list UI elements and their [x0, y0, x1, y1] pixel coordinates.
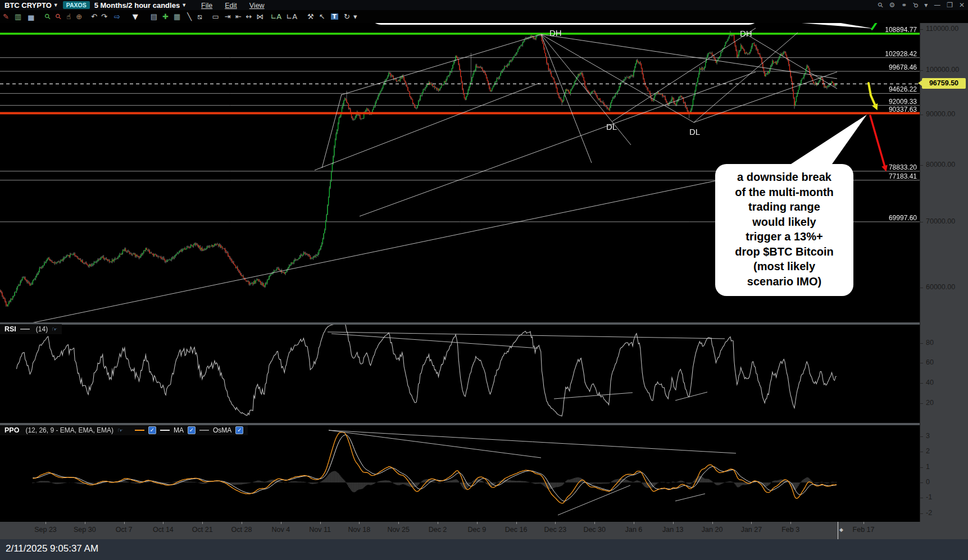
ppo-scale-label: 1 [926, 463, 930, 471]
compress-horizontal-icon[interactable]: ⋈ [256, 13, 263, 20]
downside-callout[interactable]: a downside breakof the multi-monthtradin… [715, 164, 853, 296]
ppo-legend: PPO (12, 26, 9 - EMA, EMA, EMA) ☞ ✓MA✓Os… [0, 425, 248, 435]
rsi-scale-label: 80 [926, 339, 934, 347]
price-level-label: 77183.41 [889, 172, 917, 180]
price-scale-label: 70000.00 [926, 217, 955, 225]
pan-hand-icon[interactable]: ☝ [66, 13, 71, 20]
link-icon[interactable]: ⚭ [901, 2, 907, 8]
menu-view[interactable]: View [249, 2, 265, 10]
downside-callout-line: trigger a 13%+ [715, 229, 853, 244]
search-icon[interactable]: ⚲ [876, 1, 885, 10]
linear-axis-icon[interactable]: ∟A [286, 13, 297, 20]
expand-horizontal-icon[interactable]: ↔ [246, 13, 252, 20]
multi-line-tool-icon[interactable]: ⧅ [197, 13, 202, 20]
ppo-series-checkbox-2[interactable]: ✓ [235, 426, 243, 434]
ppo-scale-label-tick [920, 482, 923, 483]
next-icon[interactable]: ⇨ [114, 13, 120, 20]
symbol-selector[interactable]: BTC CRYPTO [4, 1, 52, 10]
zoom-out-icon[interactable]: ⚲ [54, 12, 63, 21]
undo-icon[interactable]: ↶ [91, 13, 97, 20]
zoom-in-icon[interactable]: ⚲ [43, 12, 52, 21]
time-axis[interactable]: ◆ Sep 23Sep 30Oct 7Oct 14Oct 21Oct 28Nov… [0, 522, 968, 539]
time-tick [46, 522, 46, 524]
ppo-series-label-2: OsMA [213, 426, 231, 434]
log-axis-icon[interactable]: ∟A [270, 13, 281, 20]
titlebar-actions: ⚲⚙⚭⚲▾—❐✕ [878, 0, 965, 10]
ppo-series-label-1: MA [174, 426, 184, 434]
rsi-scale-label-tick [920, 403, 923, 404]
select-box-tool-icon[interactable]: ▭ [212, 13, 219, 20]
menu-edit[interactable]: Edit [225, 2, 237, 10]
ppo-scale-label-tick [920, 436, 923, 437]
downside-callout-line: would likely [715, 215, 853, 230]
price-scale-label-tick [920, 115, 923, 115]
text-tool-icon[interactable]: T [331, 13, 339, 20]
trendline-tool-icon[interactable]: ╲ [187, 13, 192, 20]
redo-icon[interactable]: ↷ [101, 13, 107, 20]
time-tick [359, 522, 360, 524]
add-study-icon[interactable]: ✚ [162, 13, 169, 20]
chart-edit-icon[interactable]: ✎ [3, 13, 9, 20]
time-tick [242, 522, 242, 524]
time-label: Oct 28 [231, 526, 252, 534]
gear-icon[interactable]: ⚙ [889, 2, 896, 8]
rsi-settings-icon[interactable]: ☞ [52, 326, 57, 333]
downside-callout-line: trading range [715, 199, 853, 215]
minimize-icon[interactable]: — [934, 2, 940, 8]
maximize-icon[interactable]: ❐ [947, 2, 953, 8]
refresh-icon[interactable]: ↻ [344, 13, 350, 20]
caret-down-icon[interactable]: ▾ [924, 2, 928, 8]
time-tick [516, 522, 517, 524]
pointer-tool-icon[interactable]: ↖ [319, 13, 325, 20]
timeframe-caret-icon[interactable]: ▼ [181, 2, 187, 8]
menu-file[interactable]: File [201, 2, 212, 10]
ppo-series-checkbox-1[interactable]: ✓ [188, 426, 196, 434]
time-tick [163, 522, 163, 524]
filter-icon[interactable]: ▼ [133, 13, 138, 20]
shift-left-icon[interactable]: ⇤ [235, 13, 242, 20]
time-tick [281, 522, 281, 524]
panel-divider[interactable] [0, 322, 920, 325]
time-tick [751, 522, 752, 524]
time-label: Feb 17 [853, 526, 875, 534]
time-label: Dec 16 [505, 526, 528, 534]
downside-callout-line: drop $BTC Bitcoin [715, 244, 853, 259]
price-axis[interactable]: 96759.50 110000.00100000.0090000.0080000… [920, 22, 968, 539]
rsi-scale-label: 60 [926, 358, 934, 366]
wrench-icon[interactable]: ⚒ [307, 13, 314, 20]
swing-label-dh: DH [549, 28, 562, 38]
caret-down-icon[interactable]: ▾ [353, 13, 357, 20]
timeframe-selector[interactable]: 5 Months/2 hour candles [94, 1, 180, 10]
menu-bar: FileEditView [189, 1, 265, 10]
time-tick [202, 522, 203, 524]
time-label: Jan 20 [702, 526, 723, 534]
price-scale-label-tick [920, 70, 923, 71]
ppo-scale-label: 3 [926, 432, 930, 440]
ppo-scale-label-tick [920, 452, 923, 452]
candlestick-chart-icon[interactable]: ▥ [15, 13, 21, 20]
time-tick [85, 522, 85, 524]
volume-histogram-icon[interactable]: ▅ [28, 13, 34, 20]
ppo-settings-icon[interactable]: ☞ [117, 427, 123, 434]
studies-icon[interactable]: ▦ [174, 13, 180, 20]
symbol-caret-icon[interactable]: ▼ [53, 2, 58, 8]
downside-callout-line: of the multi-month [715, 185, 853, 200]
price-level-label: 90337.63 [889, 106, 917, 113]
ppo-series-checkbox-0[interactable]: ✓ [148, 426, 156, 434]
close-icon[interactable]: ✕ [959, 2, 965, 8]
price-scale-label-tick [920, 165, 923, 166]
alerts-icon[interactable]: ▤ [151, 13, 157, 20]
rsi-scale-label-tick [920, 383, 923, 384]
ppo-series-swatch-2 [199, 430, 209, 431]
shift-right-icon[interactable]: ⇥ [225, 13, 231, 20]
price-level-label: 69997.60 [889, 214, 917, 222]
time-label: Dec 2 [429, 526, 447, 534]
time-label: Jan 27 [741, 526, 762, 534]
ppo-scale-label: 2 [926, 447, 930, 455]
title-bar: BTC CRYPTO ▼ PAXOS 5 Months/2 hour candl… [0, 0, 968, 10]
time-label: Jan 6 [625, 526, 643, 534]
pin-icon[interactable]: ⚲ [911, 1, 920, 10]
downside-callout-line: scenario IMO) [715, 274, 853, 289]
crosshair-globe-icon[interactable]: ⊕ [76, 13, 82, 20]
time-label: Jan 13 [662, 526, 684, 534]
